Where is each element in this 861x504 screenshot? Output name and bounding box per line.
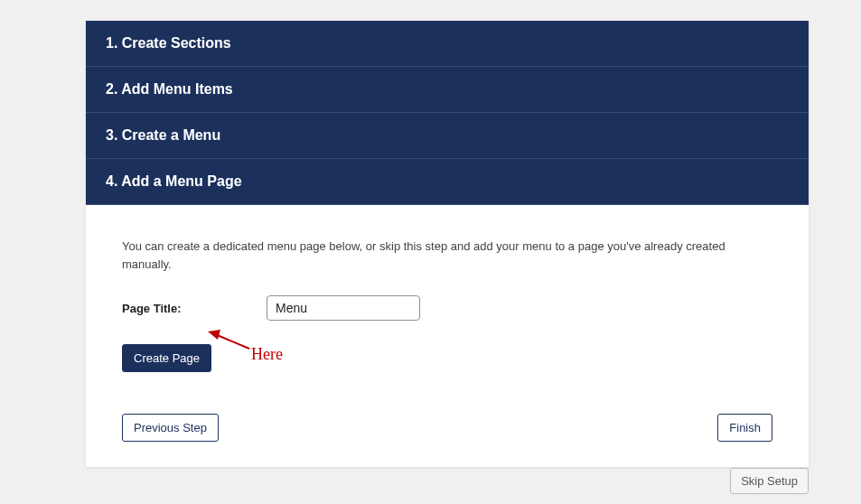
step-header-add-menu-page[interactable]: 4. Add a Menu Page <box>86 159 809 205</box>
page-title-input[interactable] <box>267 295 420 321</box>
create-page-button[interactable]: Create Page <box>122 344 211 372</box>
page-title-label: Page Title: <box>122 302 267 315</box>
step-body: You can create a dedicated menu page bel… <box>86 205 809 467</box>
step-header-create-sections[interactable]: 1. Create Sections <box>86 21 809 67</box>
previous-step-button[interactable]: Previous Step <box>122 414 219 442</box>
finish-button[interactable]: Finish <box>717 414 772 442</box>
step-header-add-menu-items[interactable]: 2. Add Menu Items <box>86 67 809 113</box>
step-header-create-menu[interactable]: 3. Create a Menu <box>86 113 809 159</box>
page-title-row: Page Title: <box>122 295 772 321</box>
skip-setup-button[interactable]: Skip Setup <box>730 468 809 494</box>
step-description: You can create a dedicated menu page bel… <box>122 238 772 274</box>
wizard-nav: Previous Step Finish <box>122 414 772 442</box>
setup-wizard: 1. Create Sections 2. Add Menu Items 3. … <box>86 21 809 467</box>
